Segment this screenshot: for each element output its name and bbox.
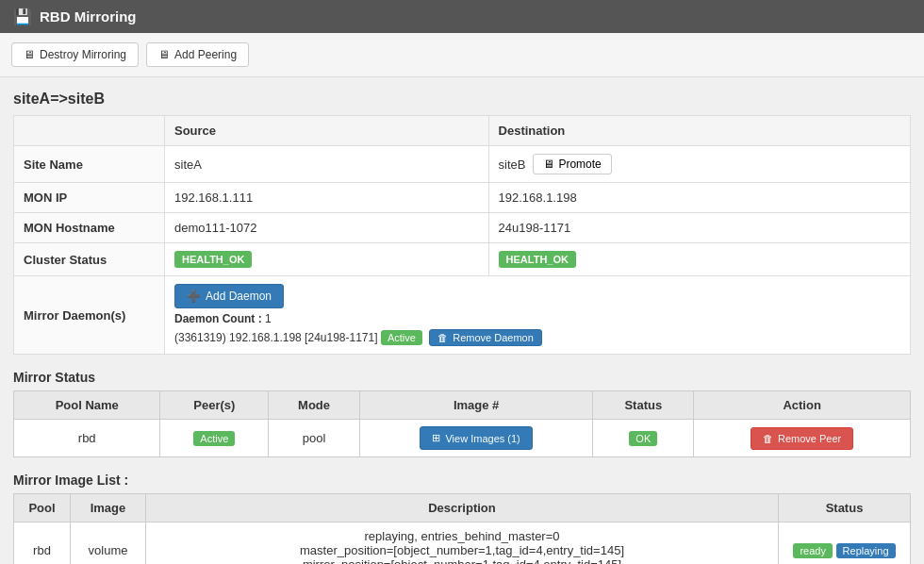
section-title: siteA=>siteB	[13, 91, 911, 108]
remove-daemon-icon: 🗑	[437, 332, 448, 343]
promote-button[interactable]: 🖥 Promote	[533, 154, 611, 174]
destination-site-name: siteB 🖥 Promote	[488, 146, 910, 183]
remove-peer-button[interactable]: 🗑 Remove Peer	[751, 427, 853, 450]
label-mon-hostname: MON Hostname	[14, 213, 165, 243]
col-img-status: Status	[779, 494, 911, 523]
col-img-description: Description	[146, 494, 779, 523]
mirror-status-cell: OK	[593, 420, 694, 457]
col-status: Status	[593, 391, 694, 420]
table-row-site-name: Site Name siteA siteB 🖥 Promote	[14, 146, 911, 183]
image-list-row: rbd volume replaying, entries_behind_mas…	[14, 523, 911, 565]
label-mon-ip: MON IP	[14, 183, 165, 213]
img-status: ready Replaying	[779, 523, 911, 565]
add-peering-label: Add Peering	[174, 48, 237, 61]
table-row-mon-hostname: MON Hostname demo111-1072 24u198-1171	[14, 213, 911, 243]
daemon-active-badge: Active	[381, 330, 422, 345]
label-site-name: Site Name	[14, 146, 165, 183]
add-daemon-label: Add Daemon	[206, 290, 272, 303]
main-content: siteA=>siteB Source Destination Site Nam…	[0, 77, 924, 564]
plus-icon: ➕	[187, 290, 201, 303]
status-replaying-badge: Replaying	[836, 543, 896, 558]
destination-mon-ip: 192.168.1.198	[488, 183, 910, 213]
label-cluster-status: Cluster Status	[14, 243, 165, 276]
promote-label: Promote	[558, 158, 601, 171]
source-health-badge: HEALTH_OK	[174, 251, 252, 268]
mirror-pool-name: rbd	[14, 420, 160, 457]
status-ready-badge: ready	[793, 543, 833, 558]
view-images-button[interactable]: ⊞ View Images (1)	[420, 426, 532, 450]
mirror-status-row: rbd Active pool ⊞ View Images (1) OK	[14, 420, 911, 457]
daemon-count: 1	[265, 312, 272, 325]
img-pool: rbd	[14, 523, 71, 565]
daemon-count-label: Daemon Count :	[174, 312, 262, 325]
dest-site-name-text: siteB	[499, 158, 526, 172]
hdd-icon: 💾	[13, 8, 32, 25]
col-label	[14, 116, 165, 146]
col-source: Source	[165, 116, 489, 146]
info-table: Source Destination Site Name siteA siteB…	[13, 115, 911, 355]
destroy-mirroring-button[interactable]: 🖥 Destroy Mirroring	[11, 42, 139, 67]
table-icon: ⊞	[432, 432, 440, 444]
col-action: Action	[694, 391, 911, 420]
add-daemon-button[interactable]: ➕ Add Daemon	[174, 284, 284, 308]
add-icon: 🖥	[158, 48, 170, 61]
add-peering-button[interactable]: 🖥 Add Peering	[146, 42, 249, 67]
destination-mon-hostname: 24u198-1171	[488, 213, 910, 243]
source-site-name: siteA	[165, 146, 489, 183]
promote-icon: 🖥	[543, 158, 554, 171]
status-ok-badge: OK	[629, 431, 657, 446]
remove-peer-icon: 🗑	[763, 433, 773, 444]
destroy-mirroring-label: Destroy Mirroring	[40, 48, 126, 61]
dest-health-badge: HEALTH_OK	[499, 251, 576, 268]
col-img-pool: Pool	[14, 494, 71, 523]
server-icon: 🖥	[24, 48, 35, 61]
table-row-mirror-daemons: Mirror Daemon(s) ➕ Add Daemon Daemon Cou…	[14, 276, 911, 355]
mirror-status-title: Mirror Status	[13, 370, 911, 385]
image-list-title: Mirror Image List :	[13, 473, 911, 488]
description-line1: replaying, entries_behind_master=0	[156, 529, 768, 543]
col-pool-name: Pool Name	[14, 391, 160, 420]
remove-daemon-label: Remove Daemon	[453, 332, 534, 343]
mirror-mode: pool	[269, 420, 360, 457]
col-img-image: Image	[71, 494, 146, 523]
toolbar: 🖥 Destroy Mirroring 🖥 Add Peering	[0, 33, 924, 77]
image-list-table: Pool Image Description Status rbd volume…	[13, 493, 911, 564]
col-peers: Peer(s)	[160, 391, 269, 420]
header-bar: 💾 RBD Mirroring	[0, 0, 924, 33]
source-mon-hostname: demo111-1072	[165, 213, 489, 243]
img-description: replaying, entries_behind_master=0 maste…	[146, 523, 779, 565]
remove-daemon-button[interactable]: 🗑 Remove Daemon	[429, 329, 542, 346]
col-mode: Mode	[269, 391, 360, 420]
page-wrapper: 💾 RBD Mirroring 🖥 Destroy Mirroring 🖥 Ad…	[0, 0, 924, 564]
description-line2: master_position=[object_number=1,tag_id=…	[156, 543, 768, 557]
daemon-info: Daemon Count : 1	[174, 312, 900, 325]
remove-peer-label: Remove Peer	[778, 433, 841, 444]
daemon-detail: (3361319) 192.168.1.198 [24u198-1171]	[174, 331, 378, 344]
daemon-detail-row: (3361319) 192.168.1.198 [24u198-1171] Ac…	[174, 329, 900, 346]
col-image-hash: Image #	[360, 391, 593, 420]
destination-cluster-status: HEALTH_OK	[488, 243, 910, 276]
table-row-cluster-status: Cluster Status HEALTH_OK HEALTH_OK	[14, 243, 911, 276]
mirror-status-table: Pool Name Peer(s) Mode Image # Status Ac…	[13, 390, 911, 457]
page-title: RBD Mirroring	[40, 8, 137, 25]
source-mon-ip: 192.168.1.111	[165, 183, 489, 213]
description-line3: mirror_position=[object_number=1,tag_id=…	[156, 557, 768, 564]
label-mirror-daemons: Mirror Daemon(s)	[14, 276, 165, 355]
peers-active-badge: Active	[193, 431, 235, 446]
mirror-peers: Active	[160, 420, 269, 457]
mirror-action-cell: 🗑 Remove Peer	[694, 420, 911, 457]
img-image: volume	[71, 523, 146, 565]
col-destination: Destination	[488, 116, 910, 146]
source-cluster-status: HEALTH_OK	[165, 243, 489, 276]
table-row-mon-ip: MON IP 192.168.1.111 192.168.1.198	[14, 183, 911, 213]
mirror-image-count: ⊞ View Images (1)	[360, 420, 593, 457]
mirror-daemons-cell: ➕ Add Daemon Daemon Count : 1 (3361319) …	[165, 276, 911, 355]
view-images-label: View Images (1)	[445, 433, 520, 444]
